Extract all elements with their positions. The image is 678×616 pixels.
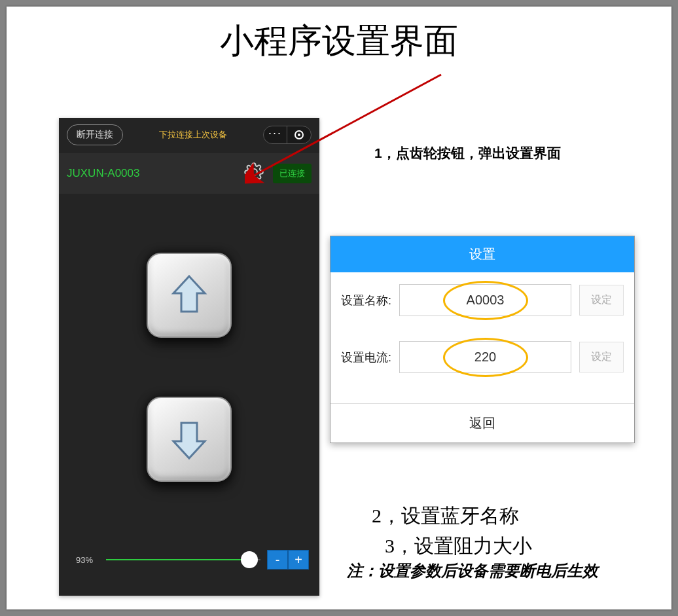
connected-badge: 已连接 bbox=[273, 164, 312, 183]
current-set-button[interactable]: 设定 bbox=[579, 342, 624, 372]
current-input-wrap: 220 bbox=[399, 341, 571, 373]
popup-title: 设置 bbox=[330, 236, 634, 272]
slider-track[interactable] bbox=[106, 559, 260, 560]
disconnect-button[interactable]: 断开连接 bbox=[67, 124, 123, 145]
miniprogram-capsule[interactable]: ··· bbox=[263, 126, 312, 144]
phone-mockup: 断开连接 下拉连接上次设备 ··· JUXUN-A0003 已连接 bbox=[59, 118, 319, 596]
name-set-button[interactable]: 设定 bbox=[579, 285, 624, 316]
name-row: 设置名称: A0003 设定 bbox=[341, 284, 624, 316]
down-button[interactable] bbox=[147, 397, 232, 482]
name-input[interactable]: A0003 bbox=[399, 284, 571, 316]
step-2-label: 2，设置蓝牙名称 bbox=[372, 503, 519, 530]
arrow-up-icon bbox=[170, 274, 209, 317]
back-button[interactable]: 返回 bbox=[330, 403, 634, 443]
arrow-down-icon bbox=[170, 418, 209, 461]
plus-button[interactable]: + bbox=[288, 550, 309, 570]
plus-minus-group: - + bbox=[267, 550, 309, 570]
pull-refresh-hint: 下拉连接上次设备 bbox=[159, 129, 227, 141]
device-name-label: JUXUN-A0003 bbox=[67, 167, 244, 180]
minus-button[interactable]: - bbox=[267, 550, 288, 570]
step-1-label: 1，点齿轮按钮，弹出设置界面 bbox=[374, 144, 561, 162]
phone-top-bar: 断开连接 下拉连接上次设备 ··· bbox=[59, 118, 319, 149]
page-title: 小程序设置界面 bbox=[7, 18, 671, 64]
slider-row: 93% - + bbox=[59, 550, 319, 570]
gear-icon bbox=[244, 162, 264, 182]
device-status-row: JUXUN-A0003 已连接 bbox=[59, 153, 319, 194]
current-input[interactable]: 220 bbox=[399, 341, 571, 373]
step-3-label: 3，设置阻力大小 bbox=[385, 533, 532, 560]
name-label: 设置名称: bbox=[341, 293, 391, 308]
settings-button[interactable] bbox=[244, 162, 264, 185]
note-label: 注：设置参数后设备需要断电后生效 bbox=[347, 560, 598, 581]
up-down-buttons bbox=[59, 253, 319, 482]
more-icon[interactable]: ··· bbox=[264, 126, 287, 143]
slider-fill bbox=[106, 559, 249, 560]
current-label: 设置电流: bbox=[341, 350, 391, 365]
percent-label: 93% bbox=[69, 555, 99, 565]
name-input-wrap: A0003 bbox=[399, 284, 571, 316]
close-icon[interactable] bbox=[287, 126, 311, 143]
document-page: 小程序设置界面 断开连接 下拉连接上次设备 ··· JUXUN-A0003 已连… bbox=[7, 7, 671, 609]
popup-body: 设置名称: A0003 设定 设置电流: 220 设定 bbox=[330, 272, 634, 403]
up-button[interactable] bbox=[147, 253, 232, 338]
slider-thumb[interactable] bbox=[241, 551, 258, 568]
settings-popup: 设置 设置名称: A0003 设定 设置电流: 220 设定 返回 bbox=[330, 236, 635, 443]
current-row: 设置电流: 220 设定 bbox=[341, 341, 624, 373]
